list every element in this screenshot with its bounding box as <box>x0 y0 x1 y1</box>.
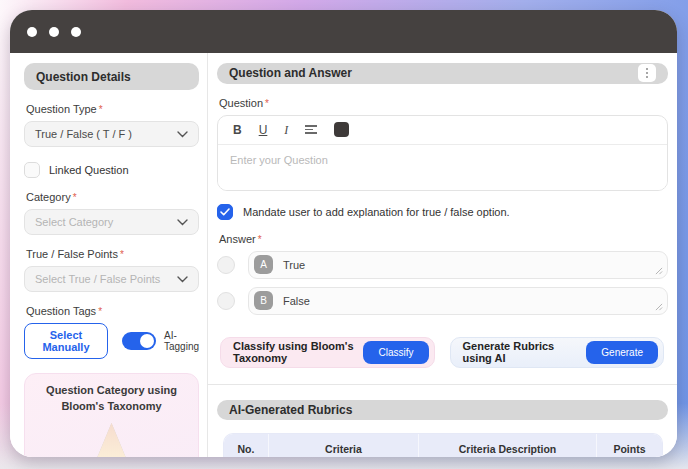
question-tags-label: Question Tags* <box>26 305 199 317</box>
resize-handle-icon[interactable] <box>655 267 663 275</box>
ai-tagging-label: AI-Tagging <box>164 330 199 352</box>
chevron-down-icon <box>177 131 188 138</box>
col-points: Points <box>596 434 662 457</box>
answer-b-text: False <box>283 295 310 307</box>
kebab-menu-icon[interactable] <box>638 64 656 82</box>
answer-label: Answer* <box>219 233 668 245</box>
italic-icon[interactable]: I <box>284 124 288 136</box>
align-left-icon[interactable] <box>305 125 317 134</box>
question-answer-title: Question and Answer <box>229 66 352 80</box>
ai-rubrics-header: AI-Generated Rubrics <box>217 400 668 421</box>
chevron-down-icon <box>177 219 188 226</box>
answer-b-input[interactable]: B False <box>248 287 668 315</box>
ai-action-cards: Classify using Bloom's Taxonomy Classify… <box>217 337 668 368</box>
linked-question-row: Linked Question <box>24 162 199 178</box>
rubrics-table-header-row: No. Criteria Criteria Description Points <box>224 434 662 457</box>
bloom-taxonomy-card: Question Category using Bloom's Taxonomy… <box>24 373 199 457</box>
answer-b-badge: B <box>254 291 273 310</box>
bloom-pyramid: Create Evaluate Analyze Apply <box>31 423 192 457</box>
category-placeholder: Select Category <box>35 216 113 228</box>
question-details-header: Question Details <box>24 63 199 90</box>
question-details-title: Question Details <box>36 70 131 84</box>
required-mark: * <box>73 192 77 203</box>
window-dot-icon[interactable] <box>27 27 37 37</box>
classify-card-label: Classify using Bloom's Taxonomy <box>233 340 363 364</box>
classify-bloom-card: Classify using Bloom's Taxonomy Classify <box>220 337 435 368</box>
question-type-value: True / False ( T / F ) <box>35 128 132 140</box>
window-dot-icon[interactable] <box>71 27 81 37</box>
underline-icon[interactable]: U <box>259 124 268 136</box>
required-mark: * <box>258 234 262 245</box>
section-divider <box>207 384 677 385</box>
answer-a-badge: A <box>254 255 273 274</box>
answer-option-row: A True <box>217 251 668 279</box>
generate-card-label: Generate Rubrics using AI <box>463 340 587 364</box>
question-input[interactable] <box>218 145 667 191</box>
chevron-down-icon <box>177 276 188 283</box>
editor-toolbar: B U I <box>218 116 667 145</box>
app-window: Question Details Question Type* True / F… <box>10 10 677 457</box>
answer-a-input[interactable]: A True <box>248 251 668 279</box>
window-dot-icon[interactable] <box>49 27 59 37</box>
classify-button[interactable]: Classify <box>363 341 428 364</box>
question-type-select[interactable]: True / False ( T / F ) <box>24 121 199 147</box>
bold-icon[interactable]: B <box>233 124 242 136</box>
tf-points-placeholder: Select True / False Points <box>35 273 160 285</box>
linked-question-label: Linked Question <box>49 164 129 176</box>
question-details-panel: Question Details Question Type* True / F… <box>10 53 208 457</box>
col-criteria: Criteria <box>268 434 418 457</box>
col-no: No. <box>224 434 268 457</box>
text-color-swatch-icon[interactable] <box>334 122 349 137</box>
answer-option-row: B False <box>217 287 668 315</box>
category-label: Category* <box>26 191 199 203</box>
question-type-label: Question Type* <box>26 103 199 115</box>
generate-rubrics-card: Generate Rubrics using AI Generate <box>450 337 665 368</box>
required-mark: * <box>265 98 269 109</box>
required-mark: * <box>98 306 102 317</box>
resize-handle-icon[interactable] <box>655 303 663 311</box>
answer-a-text: True <box>283 259 305 271</box>
question-field-label: Question* <box>219 97 668 109</box>
generate-button[interactable]: Generate <box>586 341 658 364</box>
mandate-label: Mandate user to add explanation for true… <box>243 206 510 218</box>
col-criteria-description: Criteria Description <box>418 434 596 457</box>
question-answer-header: Question and Answer <box>217 63 668 84</box>
bloom-card-title: Question Category using Bloom's Taxonomy <box>31 383 192 415</box>
answer-a-radio[interactable] <box>217 256 235 274</box>
required-mark: * <box>120 249 124 260</box>
mandate-explanation-row: Mandate user to add explanation for true… <box>217 204 668 220</box>
question-answer-panel: Question and Answer Question* B U I <box>208 53 677 457</box>
ai-rubrics-title: AI-Generated Rubrics <box>229 403 352 417</box>
question-editor: B U I <box>217 115 668 191</box>
select-manually-button[interactable]: Select Manually <box>24 323 108 359</box>
check-icon <box>220 208 230 216</box>
pyramid-cap <box>37 423 187 457</box>
tf-points-label: True / False Points* <box>26 248 199 260</box>
rubrics-table: No. Criteria Criteria Description Points <box>223 433 663 457</box>
category-select[interactable]: Select Category <box>24 209 199 235</box>
required-mark: * <box>99 104 103 115</box>
window-titlebar <box>10 10 677 53</box>
toggle-knob <box>140 334 154 348</box>
answer-b-radio[interactable] <box>217 292 235 310</box>
linked-question-checkbox[interactable] <box>24 162 40 178</box>
question-tags-row: Select Manually AI-Tagging <box>24 323 199 359</box>
tf-points-select[interactable]: Select True / False Points <box>24 266 199 292</box>
ai-tagging-toggle[interactable] <box>122 332 156 350</box>
mandate-checkbox[interactable] <box>217 204 233 220</box>
